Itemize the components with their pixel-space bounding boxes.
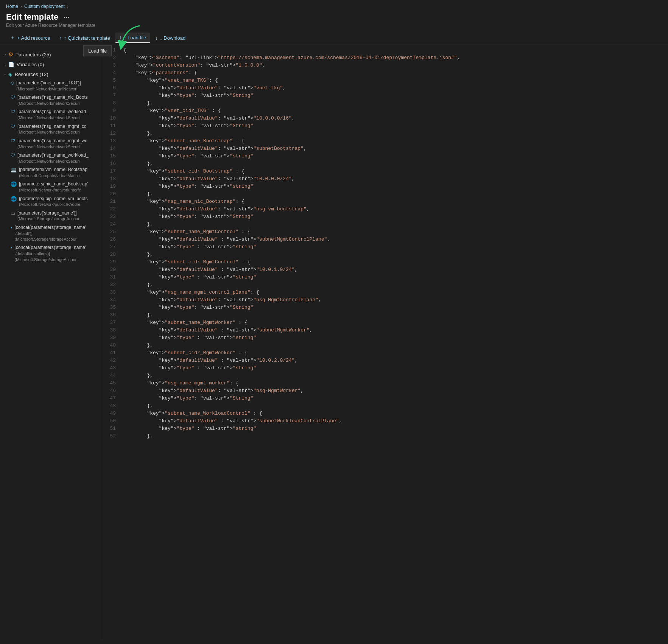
list-item[interactable]: 🛡 [parameters('nsg_name_mgmt_co (Microso… — [0, 122, 102, 137]
line-numbers: 1234567891011121314151617181920212223242… — [102, 45, 120, 640]
parameters-icon: ⚙ — [8, 51, 13, 58]
list-item[interactable]: 🌐 [parameters('pip_name_vm_boots (Micros… — [0, 194, 102, 209]
nsg3-sublabel: (Microsoft.Network/networkSecuri — [17, 129, 99, 135]
storage1-icon: ▭ — [11, 210, 15, 217]
list-item[interactable]: 🛡 [parameters('nsg_name_workload_ (Micro… — [0, 107, 102, 122]
tree-section-variables: › 📄 Variables (0) — [0, 60, 102, 69]
sidebar-item-variables[interactable]: › 📄 Variables (0) — [0, 60, 102, 69]
breadcrumb-home[interactable]: Home — [6, 4, 18, 9]
list-item[interactable]: 🛡 [parameters('nsg_name_nic_Boots (Micro… — [0, 93, 102, 107]
nic-icon: 🌐 — [11, 181, 17, 188]
nsg2-icon: 🛡 — [11, 109, 15, 115]
nsg3-label: [parameters('nsg_name_mgmt_co — [17, 123, 99, 130]
storage1-sublabel: (Microsoft.Storage/storageAccour — [17, 216, 99, 222]
toolbar: ＋ + Add resource ↑ ↑ Quickstart template… — [0, 31, 668, 45]
nsg4-label: [parameters('nsg_name_mgmt_wo — [17, 138, 99, 144]
vm-sublabel: (Microsoft.Compute/virtualMachir — [19, 173, 99, 179]
list-item[interactable]: ▭ [parameters('storage_name')] (Microsof… — [0, 209, 102, 223]
add-resource-label: + Add resource — [17, 35, 50, 41]
list-item[interactable]: 💻 [parameters('vm_name_Bootstrap' (Micro… — [0, 165, 102, 180]
list-item[interactable]: ◇ [parameters('vnet_name_TKG')] (Microso… — [0, 79, 102, 93]
list-item[interactable]: ▪ [concat(parameters('storage_name' '/de… — [0, 223, 102, 244]
page-title: Edit template — [6, 12, 58, 22]
nic-label: [parameters('nic_name_Bootstrap' — [19, 181, 99, 187]
list-item[interactable]: 🛡 [parameters('nsg_name_workload_ (Micro… — [0, 151, 102, 165]
tree-section-resources: › ◈ Resources (12) ◇ [parameters('vnet_n… — [0, 70, 102, 264]
load-file-label: ↑ Load file — [124, 35, 146, 40]
parameters-chevron: › — [5, 52, 6, 57]
download-label: ↓ Download — [160, 35, 185, 41]
pip-label: [parameters('pip_name_vm_boots — [19, 196, 99, 202]
resources-icon: ◈ — [8, 71, 12, 77]
nsg4-sublabel: (Microsoft.Network/networkSecuri — [17, 144, 99, 150]
storage3-sublabel2: '/default/installers')] — [15, 251, 99, 257]
nsg2-sublabel: (Microsoft.Network/networkSecuri — [17, 115, 99, 121]
breadcrumb-custom-deployment[interactable]: Custom deployment — [24, 4, 65, 9]
quickstart-template-button[interactable]: ↑ ↑ Quickstart template — [56, 33, 114, 43]
vnet-sublabel: (Microsoft.Network/virtualNetworl — [16, 86, 99, 92]
variables-icon: 📄 — [8, 62, 14, 67]
storage3-icon: ▪ — [11, 244, 12, 251]
add-resource-button[interactable]: ＋ + Add resource — [6, 33, 54, 43]
vm-label: [parameters('vm_name_Bootstrap' — [19, 166, 99, 173]
variables-label: Variables (0) — [17, 62, 44, 67]
resources-chevron: › — [3, 73, 8, 75]
sidebar-item-resources[interactable]: › ◈ Resources (12) — [0, 70, 102, 79]
quickstart-label: ↑ Quickstart template — [64, 35, 110, 41]
list-item[interactable]: 🌐 [parameters('nic_name_Bootstrap' (Micr… — [0, 180, 102, 194]
storage2-icon: ▪ — [11, 224, 12, 231]
nsg1-icon: 🛡 — [11, 94, 15, 101]
page-subtitle: Edit your Azure Resource Manager templat… — [6, 23, 662, 28]
pip-sublabel: (Microsoft.Network/publicIPAddre — [19, 202, 99, 207]
storage2-label: [concat(parameters('storage_name' — [15, 224, 99, 231]
pip-icon: 🌐 — [11, 196, 17, 202]
load-file-icon: ↑ — [119, 34, 122, 40]
storage2-sublabel: (Microsoft.Storage/storageAccour — [15, 236, 99, 242]
load-file-button[interactable]: ↑ ↑ Load file — [115, 33, 150, 43]
download-icon: ↓ — [155, 35, 158, 41]
nsg1-label: [parameters('nsg_name_nic_Boots — [17, 94, 99, 101]
quickstart-icon: ↑ — [59, 35, 62, 41]
code-editor[interactable]: { "key">"$schema": "url-link">"https://s… — [120, 45, 668, 640]
resources-label: Resources (12) — [15, 72, 48, 77]
storage2-sublabel2: '/default')] — [15, 231, 99, 236]
load-file-tooltip: Load file — [83, 45, 112, 56]
page-header: Edit template ··· Edit your Azure Resour… — [0, 11, 668, 31]
breadcrumb-sep1: › — [20, 4, 22, 9]
storage3-sublabel: (Microsoft.Storage/storageAccour — [15, 257, 99, 263]
main-layout: « › ⚙ Parameters (25) › 📄 Variables (0) — [0, 45, 668, 640]
vnet-label: [parameters('vnet_name_TKG')] — [16, 80, 99, 86]
nsg5-sublabel: (Microsoft.Network/networkSecuri — [17, 159, 99, 164]
nsg5-label: [parameters('nsg_name_workload_ — [17, 152, 99, 159]
variables-chevron: › — [5, 62, 6, 67]
list-item[interactable]: 🛡 [parameters('nsg_name_mgmt_wo (Microso… — [0, 137, 102, 151]
more-options-button[interactable]: ··· — [61, 12, 72, 22]
add-resource-icon: ＋ — [10, 34, 15, 41]
breadcrumb: Home › Custom deployment › — [0, 0, 668, 11]
download-button[interactable]: ↓ ↓ Download — [151, 33, 189, 43]
nsg2-label: [parameters('nsg_name_workload_ — [17, 109, 99, 115]
nic-sublabel: (Microsoft.Network/networkInterfé — [19, 187, 99, 193]
storage1-label: [parameters('storage_name')] — [17, 210, 99, 216]
storage3-label: [concat(parameters('storage_name' — [15, 244, 99, 251]
nsg3-icon: 🛡 — [11, 123, 15, 130]
list-item[interactable]: ▪ [concat(parameters('storage_name' '/de… — [0, 243, 102, 264]
nsg4-icon: 🛡 — [11, 138, 15, 144]
editor-content[interactable]: 1234567891011121314151617181920212223242… — [102, 45, 668, 640]
nsg1-sublabel: (Microsoft.Network/networkSecuri — [17, 101, 99, 106]
sidebar: « › ⚙ Parameters (25) › 📄 Variables (0) — [0, 45, 102, 640]
vm-icon: 💻 — [11, 166, 17, 173]
nsg5-icon: 🛡 — [11, 152, 15, 159]
breadcrumb-sep2: › — [67, 4, 69, 9]
parameters-label: Parameters (25) — [16, 52, 51, 58]
vnet-icon: ◇ — [11, 80, 14, 86]
editor-area[interactable]: 1234567891011121314151617181920212223242… — [102, 45, 668, 640]
